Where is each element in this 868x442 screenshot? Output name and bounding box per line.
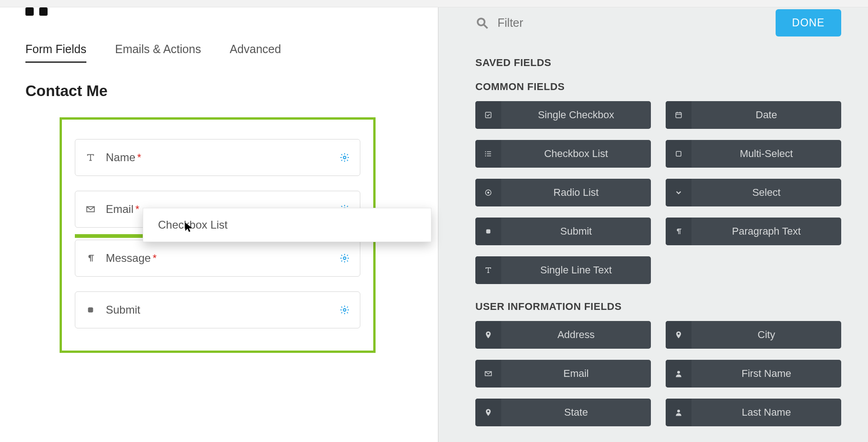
user-icon (674, 369, 683, 378)
section-common-fields: COMMON FIELDS (475, 81, 841, 93)
square-o-icon (674, 150, 683, 158)
calendar-icon (674, 111, 683, 119)
field-type-multi-select[interactable]: Multi-Select (666, 140, 841, 168)
paragraph-icon (85, 253, 96, 263)
field-type-label: Address (501, 329, 651, 341)
pin-icon (484, 408, 492, 417)
tab-emails-actions[interactable]: Emails & Actions (115, 42, 201, 63)
text-icon (484, 266, 492, 274)
required-star: * (135, 203, 140, 215)
field-type-label: Submit (501, 225, 651, 237)
right-panel: DONE SAVED FIELDSCOMMON FIELDSSingle Che… (438, 7, 868, 442)
gear-icon (340, 152, 350, 163)
top-tabs: Form FieldsEmails & ActionsAdvanced (25, 42, 438, 63)
search-icon (475, 16, 489, 30)
field-type-single-checkbox[interactable]: Single Checkbox (475, 101, 651, 129)
field-type-paragraph-text[interactable]: Paragraph Text (666, 218, 841, 245)
field-grid: AddressCityEmailFirst NameStateLast Name (475, 321, 841, 426)
field-type-address[interactable]: Address (475, 321, 651, 349)
field-type-single-line-text[interactable]: Single Line Text (475, 256, 651, 284)
pin-icon (484, 331, 492, 339)
envelope-icon (484, 369, 492, 378)
field-type-label: State (501, 406, 651, 418)
field-label: Name (106, 151, 135, 164)
envelope-icon (85, 204, 96, 214)
field-type-label: Last Name (692, 406, 841, 418)
field-type-label: First Name (692, 368, 841, 380)
section-saved-fields: SAVED FIELDS (475, 57, 841, 69)
field-type-radio-list[interactable]: Radio List (475, 179, 651, 206)
field-type-label: Email (501, 368, 651, 380)
form-field-submit[interactable]: Submit (75, 291, 360, 328)
user-icon (674, 408, 683, 417)
form-field-name[interactable]: Name* (75, 139, 360, 176)
check-square-icon (484, 111, 492, 119)
required-star: * (152, 252, 157, 264)
filter-input[interactable] (498, 16, 767, 30)
field-type-label: Radio List (501, 187, 651, 199)
field-type-checkbox-list[interactable]: Checkbox List (475, 140, 651, 168)
gear-icon[interactable] (340, 305, 350, 315)
square-icon (484, 227, 492, 236)
field-type-state[interactable]: State (475, 399, 651, 426)
tab-advanced[interactable]: Advanced (230, 42, 281, 63)
field-type-label: Single Checkbox (501, 109, 651, 121)
field-label: Submit (106, 303, 140, 316)
square-icon (85, 305, 96, 315)
radio-icon (484, 188, 492, 197)
field-label: Email (106, 203, 134, 216)
field-type-label: Multi-Select (692, 148, 841, 160)
list-icon (484, 150, 492, 158)
tab-form-fields[interactable]: Form Fields (25, 42, 86, 63)
cursor-icon (183, 222, 194, 233)
gear-icon (340, 253, 350, 263)
field-label: Message (106, 252, 151, 265)
logo-stub (25, 7, 76, 16)
field-type-submit[interactable]: Submit (475, 218, 651, 245)
section-user-information-fields: USER INFORMATION FIELDS (475, 301, 841, 313)
field-type-label: Checkbox List (501, 148, 651, 160)
field-type-date[interactable]: Date (666, 101, 841, 129)
gear-icon[interactable] (340, 253, 350, 263)
text-icon (85, 152, 96, 163)
form-field-message[interactable]: Message* (75, 240, 360, 277)
field-type-city[interactable]: City (666, 321, 841, 349)
gear-icon (340, 305, 350, 315)
field-type-first-name[interactable]: First Name (666, 360, 841, 388)
right-header: DONE (475, 7, 841, 50)
paragraph-icon (674, 227, 683, 236)
form-title: Contact Me (25, 82, 438, 100)
field-type-label: Single Line Text (501, 264, 651, 276)
chevron-down-icon (674, 188, 683, 197)
gear-icon[interactable] (340, 152, 350, 163)
field-type-last-name[interactable]: Last Name (666, 399, 841, 426)
field-type-label: Select (692, 187, 841, 199)
field-type-email[interactable]: Email (475, 360, 651, 388)
field-type-label: Paragraph Text (692, 225, 841, 237)
field-type-label: Date (692, 109, 841, 121)
pin-icon (674, 331, 683, 339)
required-star: * (137, 151, 141, 163)
field-type-select[interactable]: Select (666, 179, 841, 206)
field-grid: Single CheckboxDateCheckbox ListMulti-Se… (475, 101, 841, 284)
done-button[interactable]: DONE (776, 9, 841, 36)
drop-indicator (75, 234, 146, 238)
field-type-label: City (692, 329, 841, 341)
